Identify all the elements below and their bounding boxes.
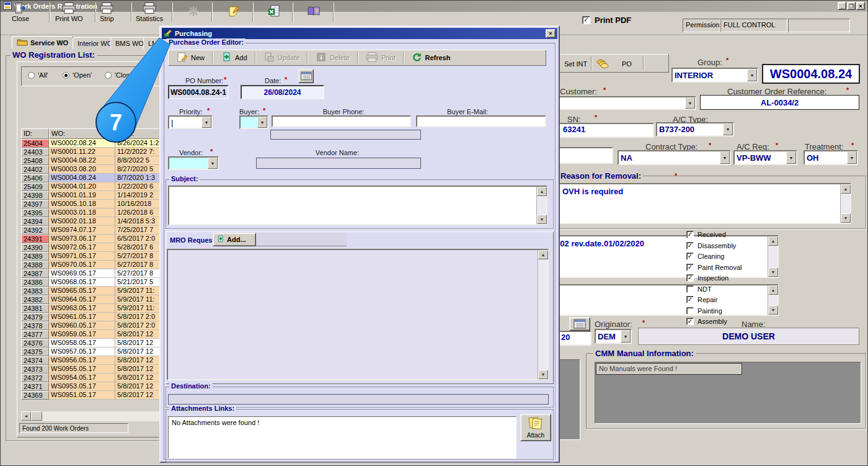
process-step-received[interactable]: ✓Received — [686, 230, 726, 239]
date-field[interactable]: 26/08/2024 — [241, 85, 324, 99]
coins-icon[interactable] — [596, 59, 609, 70]
excel-export-icon[interactable] — [266, 3, 282, 19]
attachments-list[interactable]: No Attachments were found ! — [168, 416, 516, 459]
scrollbar[interactable]: ▲▼ — [840, 184, 850, 223]
column-header-id[interactable]: ID: — [21, 128, 49, 139]
contract-type-select[interactable]: NA ▼ — [618, 150, 731, 165]
scroll-up-icon[interactable]: ▲ — [538, 250, 548, 259]
buyer-select[interactable]: ▼ — [239, 115, 268, 129]
checkbox-icon[interactable] — [686, 285, 694, 293]
subject-textarea[interactable]: ▲▼ — [168, 186, 547, 225]
process-step-assembly[interactable]: ✓Assembly — [686, 317, 727, 326]
filter-open-radio[interactable]: 'Open' — [63, 71, 92, 79]
dropdown-arrow-icon[interactable]: ▼ — [847, 151, 857, 164]
help-book-icon[interactable]: ? — [306, 3, 322, 19]
ac-type-select[interactable]: B737-200 ▼ — [656, 122, 734, 137]
print-button[interactable]: Print — [360, 51, 401, 65]
scroll-down-icon[interactable]: ▼ — [768, 267, 778, 277]
originator-select[interactable]: DEM ▼ — [595, 329, 632, 344]
restore-button[interactable]: ❐ — [847, 2, 856, 10]
calendar-button[interactable] — [569, 317, 590, 331]
add-button[interactable]: Add — [215, 50, 253, 65]
checkbox-icon[interactable]: ✓ — [686, 296, 694, 303]
notes-textarea-2[interactable]: ▲▼ — [552, 284, 779, 316]
filter-close-radio[interactable]: 'Close' — [105, 71, 135, 79]
checkbox-icon[interactable] — [686, 307, 694, 315]
checkbox-icon[interactable]: ✓ — [686, 274, 694, 282]
update-button[interactable]: Update — [258, 50, 305, 65]
buyer-phone-input[interactable] — [272, 115, 411, 127]
customer-order-ref-value[interactable]: AL-0034/2 — [700, 95, 859, 110]
process-step-ndt[interactable]: NDT — [686, 285, 712, 293]
dropdown-arrow-icon[interactable]: ▼ — [621, 330, 631, 343]
radio-icon[interactable] — [105, 72, 112, 79]
dropdown-arrow-icon[interactable]: ▼ — [720, 151, 730, 164]
close-window-button[interactable]: × — [856, 2, 865, 10]
close-button[interactable]: Close — [11, 2, 30, 23]
scrollbar[interactable]: ▲▼ — [536, 187, 546, 224]
checkbox-icon[interactable]: ✓ — [686, 318, 694, 325]
reason-textarea[interactable]: OVH is required ▲▼ — [557, 183, 851, 224]
checkbox-icon[interactable]: ✓ — [686, 264, 694, 271]
process-step-cleaning[interactable]: ✓Cleaning — [686, 252, 724, 261]
set-int-button[interactable]: Set INT — [562, 58, 590, 69]
vendor-select[interactable]: ▼ — [168, 156, 219, 170]
process-step-disassembly[interactable]: ✓Disassembly — [686, 241, 736, 250]
note-icon[interactable] — [226, 3, 242, 19]
dropdown-arrow-icon[interactable]: ▼ — [685, 97, 695, 109]
empty-field[interactable] — [554, 147, 613, 164]
tab-service-wo[interactable]: Service WO — [12, 36, 73, 49]
scrollbar[interactable]: ▲▼ — [538, 250, 547, 379]
process-step-inspection[interactable]: ✓Inspection — [686, 274, 728, 282]
process-step-repair[interactable]: ✓Repair — [686, 295, 717, 304]
checkbox-icon[interactable]: ✓ — [686, 242, 694, 249]
po-number-field[interactable]: WS0004.08.24-1 — [168, 85, 229, 99]
minimize-button[interactable]: _ — [838, 2, 846, 10]
radio-icon[interactable] — [63, 72, 69, 79]
scroll-left-icon[interactable]: ◄ — [21, 411, 31, 421]
scroll-up-icon[interactable]: ▲ — [841, 184, 851, 194]
scrollbar[interactable]: ▲▼ — [768, 236, 777, 277]
treatment-select[interactable]: OH ▼ — [804, 150, 858, 165]
po-button[interactable]: PO — [618, 58, 636, 69]
checkbox-icon[interactable]: ✓ — [686, 253, 694, 260]
scroll-up-icon[interactable]: ▲ — [537, 187, 547, 196]
calendar-button[interactable] — [298, 69, 314, 83]
dropdown-arrow-icon[interactable]: ▼ — [202, 117, 211, 128]
dialog-titlebar[interactable]: Purchasing × — [162, 28, 557, 39]
column-header-wo[interactable]: WO: — [49, 128, 115, 139]
sn-field[interactable]: 63241 — [554, 123, 654, 138]
delete-button[interactable]: Delete — [310, 50, 355, 65]
scrollbar[interactable]: ▲▼ — [768, 285, 777, 315]
checkbox-icon[interactable]: ✓ — [686, 231, 694, 238]
scroll-up-icon[interactable]: ▲ — [768, 285, 778, 295]
checkbox-icon[interactable]: ✓ — [582, 16, 590, 24]
attach-button[interactable]: Attach — [520, 414, 551, 441]
mro-list[interactable]: ▲▼ — [167, 249, 549, 380]
print-wo-button[interactable]: Print WO — [54, 2, 84, 23]
group-select[interactable]: INTERIOR ▼ — [671, 68, 758, 83]
process-step-paint-removal[interactable]: ✓Paint Removal — [686, 263, 742, 272]
statistics-button[interactable]: Statistics — [135, 2, 164, 23]
process-step-painting[interactable]: Painting — [686, 307, 722, 315]
scroll-down-icon[interactable]: ▼ — [768, 305, 778, 315]
scroll-down-icon[interactable]: ▼ — [538, 370, 548, 379]
print-pdf-option[interactable]: ✓ Print PDF — [582, 16, 631, 25]
notes-textarea[interactable]: -02 rev.date.01/02/2020 ▲▼ — [552, 235, 779, 278]
asterisk-icon[interactable] — [185, 3, 202, 19]
priority-select[interactable]: | ▼ — [168, 115, 213, 129]
scroll-down-icon[interactable]: ▼ — [537, 215, 547, 224]
cmm-list[interactable]: No Manuals were Found ! — [595, 362, 861, 424]
scroll-down-icon[interactable]: ▼ — [841, 213, 851, 223]
radio-icon[interactable] — [28, 72, 35, 79]
refresh-button[interactable]: Refresh — [406, 51, 456, 65]
mro-add-tab[interactable]: Add... — [213, 233, 256, 246]
scroll-up-icon[interactable]: ▲ — [768, 236, 778, 246]
filter-all-radio[interactable]: 'All' — [28, 71, 48, 79]
dropdown-arrow-icon[interactable]: ▼ — [747, 69, 757, 81]
customer-select[interactable]: ▼ — [554, 96, 696, 110]
dropdown-arrow-icon[interactable]: ▼ — [723, 123, 733, 135]
ac-reg-select[interactable]: VP-BWW ▼ — [733, 150, 797, 165]
new-button[interactable]: New — [171, 50, 210, 65]
dropdown-arrow-icon[interactable]: ▼ — [257, 117, 267, 128]
